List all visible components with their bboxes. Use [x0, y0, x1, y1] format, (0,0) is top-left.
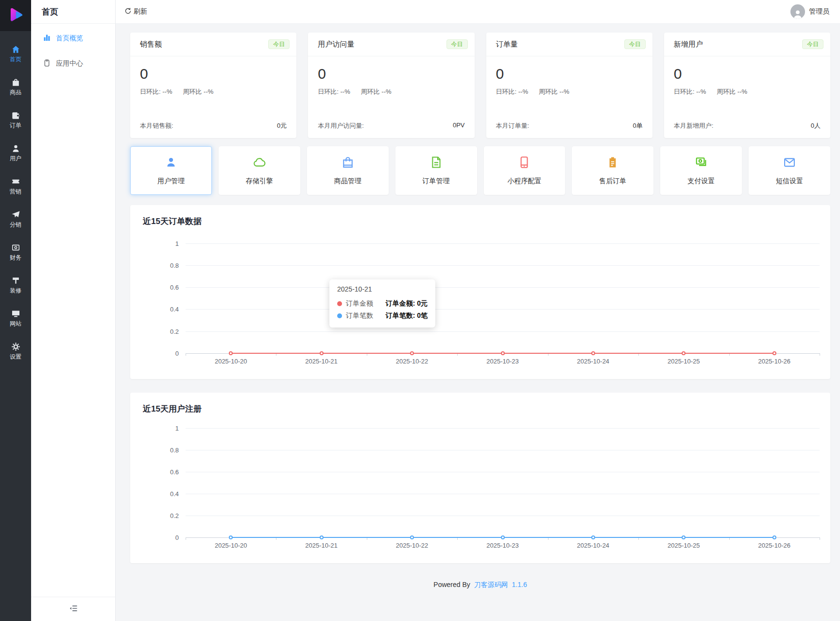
registrations-chart-plot[interactable]: 1 0.8 0.6 0.4 0.2 0 — [186, 428, 820, 537]
rail-item-orders[interactable]: 订单 — [0, 106, 31, 133]
home-icon — [11, 45, 20, 54]
data-point-marker[interactable] — [682, 535, 686, 539]
rail-item-label: 首页 — [10, 56, 21, 62]
y-tick-label: 0.8 — [135, 262, 179, 269]
rail-item-label: 装修 — [10, 288, 21, 293]
submenu-items: 首页概览 应用中心 — [31, 24, 115, 73]
version-link[interactable]: 1.1.6 — [512, 581, 527, 588]
bar-chart-icon — [43, 34, 51, 43]
brand-link[interactable]: 刀客源码网 — [474, 581, 508, 588]
x-tick-label: 2025-10-21 — [295, 358, 348, 365]
week-ratio: 周环比 --% — [717, 87, 747, 96]
shortcut-order-management[interactable]: 订单管理 — [395, 146, 477, 195]
y-tick-label: 1 — [135, 425, 179, 432]
rail-item-marketing[interactable]: 营销 — [0, 172, 31, 199]
x-tick-label: 2025-10-23 — [476, 542, 530, 549]
month-label: 本月销售额: — [140, 121, 173, 130]
shortcut-sms-settings[interactable]: 短信设置 — [749, 146, 830, 195]
page-footer: Powered By 刀客源码网 1.1.6 — [130, 563, 830, 599]
banknote-icon — [694, 155, 708, 171]
shortcut-label: 订单管理 — [423, 177, 450, 186]
submenu-item-overview[interactable]: 首页概览 — [31, 29, 115, 48]
user-icon — [164, 155, 178, 171]
rail-item-goods[interactable]: 商品 — [0, 73, 31, 100]
today-badge: 今日 — [624, 39, 646, 49]
month-value: 0元 — [277, 121, 287, 130]
rail-item-distribution[interactable]: 分销 — [0, 205, 31, 232]
data-point-marker[interactable] — [591, 351, 595, 355]
data-point-marker[interactable] — [410, 535, 414, 539]
shortcut-label: 支付设置 — [687, 177, 715, 186]
rail-item-website[interactable]: 网站 — [0, 304, 31, 331]
x-tick-label: 2025-10-25 — [657, 358, 710, 365]
clipboard-filled-icon — [606, 155, 619, 171]
stat-growth: 日环比: --% 周环比 --% — [496, 87, 643, 96]
rail-item-home[interactable]: 首页 — [0, 40, 31, 67]
user-menu[interactable]: 管理员 — [790, 4, 829, 19]
month-value: 0单 — [633, 121, 643, 130]
gridline — [186, 450, 820, 450]
day-ratio: 日环比: --% — [140, 87, 172, 96]
stat-month-row: 本月用户访问量: 0PV — [318, 121, 464, 130]
y-tick-label: 0 — [135, 534, 179, 541]
rail-item-finance[interactable]: 财务 — [0, 238, 31, 265]
orders-chart-plot[interactable]: 1 0.8 0.6 0.4 0.2 0 — [186, 243, 820, 353]
data-point-marker[interactable] — [501, 351, 505, 355]
data-point-marker[interactable] — [501, 535, 505, 539]
data-point-marker[interactable] — [591, 535, 595, 539]
document-icon — [429, 155, 443, 171]
rail-item-settings[interactable]: 设置 — [0, 337, 31, 364]
play-logo-icon — [6, 5, 25, 26]
shortcut-label: 短信设置 — [776, 177, 803, 186]
stat-card-sales: 销售额 今日 0 日环比: --% 周环比 --% 本月销售额: 0元 — [130, 33, 296, 138]
chart-title: 近15天订单数据 — [143, 216, 202, 227]
chart-tooltip: 2025-10-21 订单金额 订单金额: 0元 订单笔数 订单笔数: 0笔 — [329, 279, 435, 328]
shortcut-aftersale-orders[interactable]: 售后订单 — [572, 146, 653, 195]
stat-card-header: 销售额 今日 — [130, 33, 296, 56]
app-logo[interactable] — [0, 0, 31, 31]
data-point-marker[interactable] — [320, 535, 324, 539]
powered-by-text: Powered By — [433, 581, 470, 588]
shortcut-user-management[interactable]: 用户管理 — [130, 146, 212, 195]
topbar: 刷新 管理员 — [116, 0, 840, 24]
shortcut-label: 商品管理 — [334, 177, 361, 186]
gridline — [186, 428, 820, 429]
shortcut-storage-engine[interactable]: 存储引擎 — [219, 146, 300, 195]
data-point-marker[interactable] — [320, 351, 324, 355]
stat-growth: 日环比: --% 周环比 --% — [318, 87, 464, 96]
shortcut-label: 用户管理 — [157, 177, 185, 186]
data-point-marker[interactable] — [772, 535, 776, 539]
x-tick-label: 2025-10-20 — [204, 542, 257, 549]
data-point-marker[interactable] — [772, 351, 776, 355]
data-point-marker[interactable] — [229, 535, 233, 539]
submenu-item-label: 应用中心 — [56, 59, 83, 68]
gridline — [186, 516, 820, 516]
shortcut-goods-management[interactable]: 商品管理 — [307, 146, 389, 195]
shortcut-label: 存储引擎 — [246, 177, 273, 186]
rail-item-decorate[interactable]: 装修 — [0, 271, 31, 298]
shortcut-miniprogram-config[interactable]: 小程序配置 — [484, 146, 566, 195]
shortcut-payment-settings[interactable]: 支付设置 — [660, 146, 742, 195]
y-tick-label: 0.4 — [135, 490, 179, 498]
y-tick-label: 0.8 — [135, 447, 179, 454]
y-tick-label: 1 — [135, 240, 179, 247]
refresh-button[interactable]: 刷新 — [124, 7, 147, 16]
rail-item-users[interactable]: 用户 — [0, 139, 31, 166]
marketing-ticket-icon — [11, 177, 20, 186]
tooltip-row: 订单金额 订单金额: 0元 — [337, 297, 428, 310]
stat-value: 0 — [674, 65, 821, 83]
x-tick-label: 2025-10-24 — [566, 358, 620, 365]
stat-value: 0 — [140, 65, 287, 83]
month-label: 本月新增用户: — [674, 121, 714, 130]
day-ratio: 日环比: --% — [674, 87, 706, 96]
stat-value: 0 — [496, 65, 643, 83]
sidebar-collapse-button[interactable] — [31, 597, 115, 621]
stat-value: 0 — [318, 65, 464, 83]
rail-item-label: 设置 — [10, 354, 21, 360]
submenu-item-appcenter[interactable]: 应用中心 — [31, 54, 115, 73]
data-point-marker[interactable] — [410, 351, 414, 355]
data-point-marker[interactable] — [682, 351, 686, 355]
data-point-marker[interactable] — [229, 351, 233, 355]
gridline — [186, 265, 820, 266]
stat-card-header: 新增用户 今日 — [664, 33, 830, 56]
